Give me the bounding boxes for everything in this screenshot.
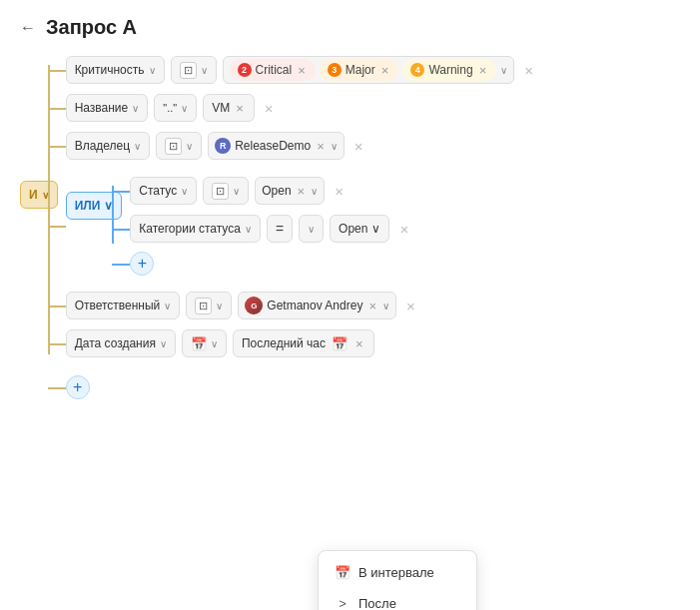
owner-field[interactable]: Владелец ∨	[66, 132, 151, 160]
status-category-value[interactable]: Open ∨	[330, 215, 389, 243]
op-chevron-icon: ∨	[201, 65, 208, 76]
criticality-field[interactable]: Критичность ∨	[66, 56, 165, 84]
major-tag: 3 Major ×	[320, 59, 399, 81]
warning-remove-button[interactable]: ×	[477, 64, 489, 77]
avatar: G	[245, 297, 263, 314]
calendar-icon: 📅	[191, 336, 207, 351]
criticality-tags: 2 Critical × 3 Major × 4 Warning × ∨	[223, 56, 515, 84]
responsible-row: Ответственный ∨ ⊡ ∨ G Getmanov Andrey × …	[66, 287, 680, 324]
vm-remove-button[interactable]: ×	[234, 102, 246, 115]
criticality-operator[interactable]: ⊡ ∨	[171, 56, 217, 84]
dropdown-item-after[interactable]: > После	[319, 588, 476, 610]
name-field[interactable]: Название ∨	[66, 94, 149, 122]
or-add-button[interactable]: +	[130, 252, 154, 276]
getmanov-remove-button[interactable]: ×	[366, 300, 378, 312]
date-dropdown-menu: 📅 В интервале > После < До	[318, 550, 477, 610]
status-cat-close-button[interactable]: ×	[397, 222, 410, 237]
date-op-chevron-icon: ∨	[211, 338, 218, 349]
status-chevron-icon: ∨	[181, 186, 188, 197]
name-value-tag: VM ×	[203, 94, 255, 122]
name-chevron-icon: ∨	[132, 103, 139, 114]
status-open-remove-button[interactable]: ×	[296, 185, 308, 198]
status-category-operator[interactable]: =	[267, 215, 293, 243]
interval-icon: 📅	[335, 565, 350, 580]
dropdown-item-interval[interactable]: 📅 В интервале	[319, 557, 476, 588]
date-value-tag: Последний час 📅 ×	[233, 329, 374, 357]
name-row: Название ∨ ".." ∨ VM × ×	[66, 89, 680, 127]
cat-op2-chevron-icon: ∨	[308, 224, 315, 235]
resp-expand-icon[interactable]: ∨	[382, 301, 389, 311]
conditions-tree: Критичность ∨ ⊡ ∨ 2 Critical × 3 Major	[66, 51, 680, 404]
back-button[interactable]: ←	[20, 19, 36, 37]
status-expand-icon[interactable]: ∨	[311, 186, 318, 197]
status-category-field[interactable]: Категории статуса ∨	[130, 215, 261, 243]
status-bracket-icon: ⊡	[212, 183, 229, 200]
responsible-close-button[interactable]: ×	[404, 299, 417, 313]
status-cat-chevron-icon: ∨	[245, 224, 252, 235]
date-chevron-icon: ∨	[160, 338, 167, 349]
responsible-operator[interactable]: ⊡ ∨	[186, 292, 232, 319]
owner-op-chevron-icon: ∨	[186, 141, 193, 152]
owner-bracket-icon: ⊡	[165, 138, 182, 155]
warning-tag: 4 Warning ×	[402, 59, 496, 81]
resp-op-chevron-icon: ∨	[216, 301, 223, 311]
owner-chevron-icon: ∨	[134, 141, 141, 152]
owner-operator[interactable]: ⊡ ∨	[156, 132, 202, 160]
date-operator[interactable]: 📅 ∨	[182, 329, 227, 357]
avatar-image: G	[245, 297, 263, 314]
or-add-row: +	[130, 248, 410, 280]
after-icon: >	[335, 596, 350, 610]
or-subgroup: ИЛИ ∨ Статус ∨ ⊡ ∨	[66, 172, 411, 280]
status-close-button[interactable]: ×	[333, 184, 346, 199]
owner-expand-icon[interactable]: ∨	[331, 141, 338, 152]
warning-dot: 4	[410, 63, 424, 77]
or-group-row: ИЛИ ∨ Статус ∨ ⊡ ∨	[66, 165, 680, 287]
criticality-chevron-icon: ∨	[149, 65, 156, 76]
critical-remove-button[interactable]: ×	[296, 64, 308, 77]
date-value-calendar-icon: 📅	[332, 336, 348, 351]
status-field[interactable]: Статус ∨	[130, 177, 197, 205]
r-badge: R	[215, 138, 231, 154]
main-and-group: И ∨ Критичность ∨ ⊡ ∨ 2 Critical	[20, 51, 680, 404]
or-conditions-tree: Статус ∨ ⊡ ∨ Open × ∨	[130, 172, 410, 280]
and-operator[interactable]: И ∨	[20, 181, 58, 209]
name-op-chevron-icon: ∨	[181, 103, 188, 114]
resp-chevron-icon: ∨	[164, 301, 171, 311]
major-dot: 3	[328, 63, 342, 77]
status-category-op2[interactable]: ∨	[299, 215, 324, 243]
status-category-row: Категории статуса ∨ = ∨ Open ∨	[130, 210, 410, 248]
add-condition-button[interactable]: +	[66, 375, 90, 399]
name-operator[interactable]: ".." ∨	[154, 94, 197, 122]
created-date-field[interactable]: Дата создания ∨	[66, 329, 176, 357]
query-builder: И ∨ Критичность ∨ ⊡ ∨ 2 Critical	[0, 51, 700, 424]
releasedemo-remove-button[interactable]: ×	[315, 140, 327, 153]
critical-dot: 2	[238, 63, 252, 77]
resp-bracket-icon: ⊡	[195, 298, 212, 314]
created-date-row: Дата создания ∨ 📅 ∨ Последний час 📅 ×	[66, 324, 680, 362]
responsible-tags: G Getmanov Andrey × ∨	[238, 292, 396, 319]
tags-expand-icon[interactable]: ∨	[500, 65, 507, 76]
page-title: Запрос А	[46, 16, 137, 39]
status-tags: Open × ∨	[255, 177, 325, 205]
criticality-close-button[interactable]: ×	[522, 63, 535, 78]
status-row: Статус ∨ ⊡ ∨ Open × ∨	[130, 172, 410, 210]
date-remove-button[interactable]: ×	[353, 337, 365, 350]
bracket-icon: ⊡	[180, 62, 197, 79]
owner-tags: R ReleaseDemo × ∨	[208, 132, 345, 160]
status-op-chevron-icon: ∨	[233, 186, 240, 197]
owner-row: Владелец ∨ ⊡ ∨ R ReleaseDemo × ∨ ×	[66, 127, 680, 165]
owner-close-button[interactable]: ×	[352, 139, 365, 154]
responsible-field[interactable]: Ответственный ∨	[66, 292, 181, 319]
major-remove-button[interactable]: ×	[379, 64, 391, 77]
name-close-button[interactable]: ×	[263, 101, 276, 116]
criticality-row: Критичность ∨ ⊡ ∨ 2 Critical × 3 Major	[66, 51, 680, 89]
add-row: +	[66, 370, 680, 404]
open-chevron-icon: ∨	[371, 222, 380, 236]
status-operator[interactable]: ⊡ ∨	[203, 177, 249, 205]
critical-tag: 2 Critical ×	[230, 59, 316, 81]
